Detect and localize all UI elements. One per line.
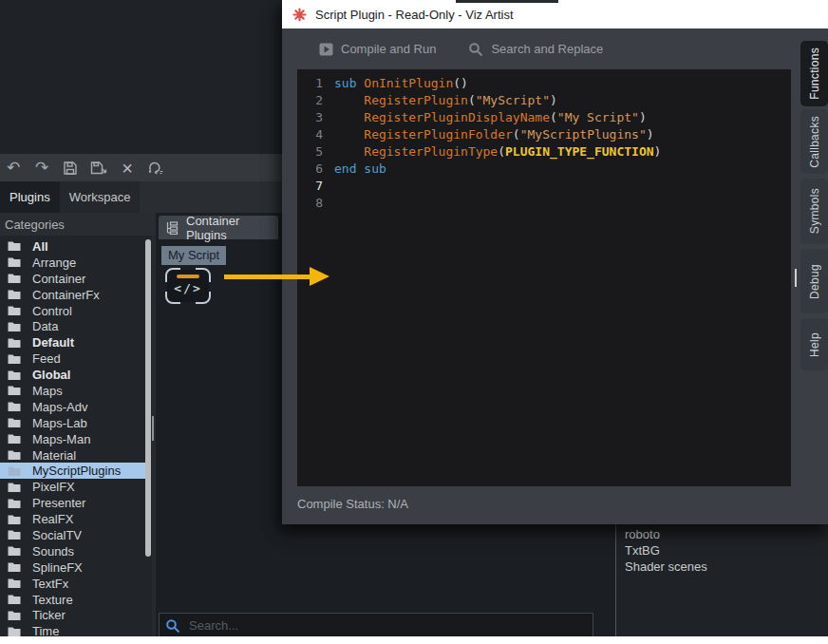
annotation-arrow bbox=[224, 275, 311, 279]
delete-icon[interactable]: × bbox=[118, 158, 137, 179]
category-item[interactable]: Maps-Adv bbox=[0, 399, 145, 415]
code-line: 3 RegisterPluginDisplayName("My Script") bbox=[297, 109, 791, 126]
category-item[interactable]: Container bbox=[0, 271, 145, 287]
categories-scrollbar[interactable] bbox=[145, 239, 151, 557]
side-tab-callbacks[interactable]: Callbacks bbox=[800, 109, 828, 174]
category-item[interactable]: MyScriptPlugins bbox=[0, 463, 145, 479]
undo-icon[interactable]: ↶ bbox=[4, 158, 23, 179]
code-line: 1sub OnInitPlugin() bbox=[297, 75, 791, 92]
container-plugins-label: Container Plugins bbox=[186, 214, 278, 242]
category-label: SplineFX bbox=[32, 560, 83, 575]
compile-run-icon bbox=[319, 43, 333, 56]
folder-icon bbox=[8, 498, 21, 509]
tab-workspace-label: Workspace bbox=[69, 190, 131, 204]
search-replace-icon bbox=[468, 42, 483, 57]
category-item[interactable]: SplineFX bbox=[0, 559, 145, 576]
category-item[interactable]: Texture bbox=[0, 592, 145, 608]
save-as-icon[interactable] bbox=[89, 158, 108, 179]
scene-list-item[interactable]: TxtBG bbox=[625, 542, 828, 559]
category-item[interactable]: All bbox=[0, 238, 145, 255]
code-line: 8 bbox=[297, 195, 791, 212]
category-label: Material bbox=[32, 448, 76, 463]
code-line: 5 RegisterPluginType(PLUGIN_TYPE_FUNCTIO… bbox=[297, 143, 791, 161]
my-script-plugin-item[interactable]: My Script </> bbox=[161, 246, 220, 309]
category-label: SocialTV bbox=[32, 528, 82, 542]
search-replace-label: Search and Replace bbox=[491, 42, 603, 56]
category-item[interactable]: Global bbox=[0, 367, 145, 383]
category-item[interactable]: Feed bbox=[0, 350, 145, 367]
folder-icon bbox=[8, 482, 21, 493]
category-label: Default bbox=[32, 335, 74, 350]
category-item[interactable]: Maps-Man bbox=[0, 431, 145, 447]
script-window-titlebar[interactable]: Script Plugin - Read-Only - Viz Artist bbox=[282, 0, 828, 28]
code-text: RegisterPluginType(PLUGIN_TYPE_FUNCTION) bbox=[334, 143, 661, 161]
folder-icon bbox=[8, 256, 21, 268]
plugins-panel-scrollbar[interactable] bbox=[152, 416, 154, 441]
category-label: Global bbox=[32, 368, 70, 382]
background-scene-list: robotoTxtBGShader scenes bbox=[616, 524, 828, 636]
category-label: Time bbox=[32, 624, 59, 636]
code-line: 6end sub bbox=[297, 161, 791, 178]
container-plugins-tab[interactable]: Container Plugins bbox=[159, 216, 278, 239]
side-tab-functions[interactable]: Functions bbox=[800, 41, 828, 106]
category-label: TextFx bbox=[32, 577, 68, 591]
scene-list-item[interactable]: roboto bbox=[625, 526, 828, 542]
category-label: MyScriptPlugins bbox=[32, 464, 121, 478]
editor-resize-handle[interactable] bbox=[795, 269, 797, 287]
editor-side-tabs: FunctionsCallbacksSymbolsDebugHelp bbox=[800, 0, 828, 524]
tab-plugins[interactable]: Plugins bbox=[0, 181, 60, 213]
category-label: Ticker bbox=[32, 608, 66, 622]
save-icon[interactable] bbox=[61, 158, 80, 179]
category-label: Feed bbox=[32, 351, 61, 366]
redo-icon[interactable]: ↷ bbox=[32, 158, 51, 179]
folder-icon bbox=[8, 321, 21, 332]
folder-icon bbox=[8, 465, 21, 477]
side-tab-debug[interactable]: Debug bbox=[800, 249, 828, 313]
category-item[interactable]: Data bbox=[0, 318, 145, 334]
folder-icon bbox=[8, 273, 21, 284]
folder-icon bbox=[8, 305, 21, 316]
line-number: 6 bbox=[297, 161, 323, 178]
category-item[interactable]: Ticker bbox=[0, 607, 145, 623]
side-tab-symbols[interactable]: Symbols bbox=[800, 179, 828, 244]
category-item[interactable]: Material bbox=[0, 447, 145, 464]
category-item[interactable]: PixelFX bbox=[0, 479, 145, 495]
category-label: Texture bbox=[32, 593, 73, 607]
folder-icon bbox=[8, 610, 21, 621]
category-item[interactable]: Time bbox=[0, 623, 145, 636]
folder-icon bbox=[8, 529, 21, 540]
tab-plugins-label: Plugins bbox=[9, 190, 50, 204]
category-item[interactable]: Maps-Lab bbox=[0, 415, 145, 431]
compile-and-run-button[interactable]: Compile and Run bbox=[319, 42, 436, 56]
script-plugin-icon: </> bbox=[165, 268, 211, 304]
category-item[interactable]: ContainerFx bbox=[0, 287, 145, 303]
top-left-empty-panel bbox=[0, 0, 282, 154]
tab-workspace[interactable]: Workspace bbox=[60, 181, 141, 213]
category-item[interactable]: Control bbox=[0, 303, 145, 319]
line-number: 8 bbox=[297, 195, 323, 212]
category-item[interactable]: TextFx bbox=[0, 576, 145, 592]
scene-list-item[interactable]: Shader scenes bbox=[625, 559, 828, 575]
reinit-icon[interactable] bbox=[146, 158, 165, 179]
search-input[interactable] bbox=[187, 617, 552, 634]
search-and-replace-button[interactable]: Search and Replace bbox=[468, 42, 603, 57]
code-text: end sub bbox=[334, 161, 386, 178]
code-glyph: </> bbox=[167, 281, 209, 295]
folder-icon bbox=[8, 433, 21, 445]
category-item[interactable]: Sounds bbox=[0, 543, 145, 559]
folder-icon bbox=[8, 401, 21, 412]
folder-icon bbox=[8, 594, 21, 605]
category-item[interactable]: Presenter bbox=[0, 495, 145, 511]
side-tab-help[interactable]: Help bbox=[800, 318, 828, 370]
category-item[interactable]: RealFX bbox=[0, 511, 145, 527]
category-item[interactable]: SocialTV bbox=[0, 527, 145, 543]
category-item[interactable]: Default bbox=[0, 334, 145, 350]
code-editor[interactable]: 1sub OnInitPlugin()2 RegisterPlugin("MyS… bbox=[297, 69, 791, 486]
folder-icon bbox=[8, 417, 21, 428]
code-text: RegisterPlugin("MyScript") bbox=[334, 92, 557, 109]
folder-icon bbox=[8, 514, 21, 525]
category-item[interactable]: Maps bbox=[0, 383, 145, 399]
category-item[interactable]: Arrange bbox=[0, 255, 145, 271]
line-number: 2 bbox=[297, 92, 323, 109]
categories-header-label: Categories bbox=[5, 218, 65, 232]
